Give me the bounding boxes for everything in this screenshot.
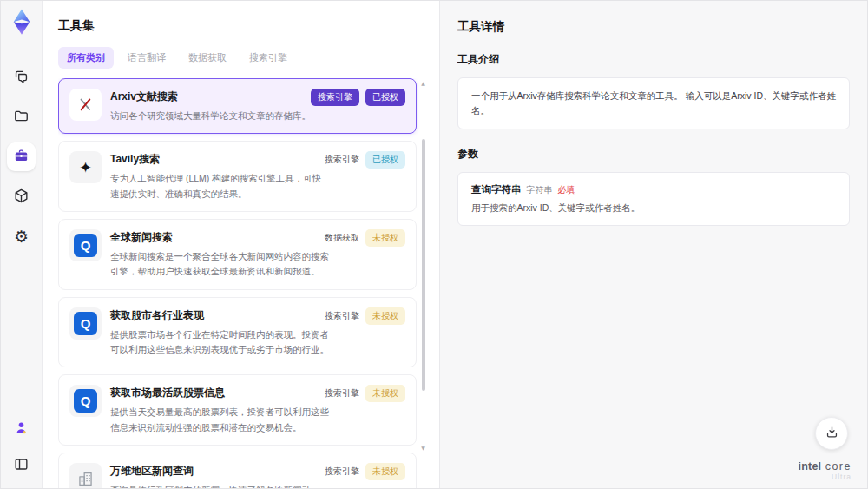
briefcase-icon [13, 148, 30, 167]
folder-icon [13, 108, 30, 127]
arxiv-icon [69, 89, 102, 121]
scroll-down-icon[interactable]: ▼ [419, 445, 427, 451]
param-type: 字符串 [527, 184, 553, 196]
scrollbar-thumb[interactable] [422, 139, 425, 391]
param-description: 用于搜索的Arxiv ID、关键字或作者姓名。 [471, 202, 836, 215]
sidebar-item-collapse[interactable] [7, 451, 36, 479]
sidebar: ⚙ [1, 1, 43, 488]
tool-description: 查询具体行政区划内的新闻，快速了解各地新闻动 [110, 483, 329, 488]
param-name: 查询字符串 [471, 183, 522, 196]
gear-icon: ⚙ [14, 228, 29, 245]
list-scrollbar: ▲ ▼ [419, 80, 427, 488]
tool-badges: 数据获取 未授权 [325, 229, 405, 247]
sidebar-item-settings[interactable]: ⚙ [7, 222, 36, 251]
tool-list-pane: 工具集 所有类别 语言翻译 数据获取 搜索引擎 Arxiv文献搜索 访问各个研究… [43, 1, 439, 488]
tool-detail-pane: 工具详情 工具介绍 一个用于从Arxiv存储库搜索科学论文和文章的工具。 输入可… [439, 1, 867, 488]
tool-badges: 搜索引擎 未授权 [325, 307, 405, 325]
tool-badges: 搜索引擎 未授权 [325, 385, 405, 402]
download-icon [825, 425, 839, 443]
tool-description: 提供当天交易量最高的股票列表，投资者可以利用这些信息来识别流动性强的股票和潜在的… [110, 405, 329, 435]
tool-card-tavily[interactable]: ✦ Tavily搜索 专为人工智能代理 (LLM) 构建的搜索引擎工具，可快速提… [58, 141, 417, 212]
status-badge: 未授权 [365, 307, 405, 325]
cube-icon [13, 188, 30, 207]
intel-core-logo: intel core Ultra [799, 458, 852, 481]
category-badge: 搜索引擎 [325, 307, 359, 325]
category-badge: 搜索引擎 [325, 463, 359, 480]
status-badge: 未授权 [365, 229, 405, 247]
category-badge: 搜索引擎 [325, 385, 359, 402]
sidebar-item-toolset[interactable] [7, 142, 36, 171]
tavily-star-icon: ✦ [69, 151, 102, 183]
tab-all-categories[interactable]: 所有类别 [58, 47, 114, 69]
sidebar-nav: ⚙ [7, 63, 36, 251]
tool-list: Arxiv文献搜索 访问各个研究领域大量科学论文和文章的存储库。 搜索引擎 已授… [58, 78, 427, 488]
intro-box: 一个用于从Arxiv存储库搜索科学论文和文章的工具。 输入可以是Arxiv ID… [457, 77, 850, 129]
detail-title: 工具详情 [457, 19, 850, 35]
tool-card-sector-performance[interactable]: Q 获取股市各行业表现 提供股票市场各个行业在特定时间段内的表现。投资者可以利用… [58, 297, 417, 368]
scroll-up-icon[interactable]: ▲ [419, 80, 427, 86]
stock-search-icon: Q [69, 385, 102, 417]
tool-description: 专为人工智能代理 (LLM) 构建的搜索引擎工具，可快速提供实时、准确和真实的结… [110, 171, 329, 202]
user-avatar-icon [13, 420, 30, 439]
tool-badges: 搜索引擎 已授权 [325, 151, 405, 169]
sidebar-item-account[interactable] [7, 414, 36, 443]
status-badge: 未授权 [365, 463, 405, 480]
tool-badges: 搜索引擎 未授权 [325, 463, 405, 480]
sidebar-item-chat[interactable] [7, 63, 36, 91]
tool-description: 提供股票市场各个行业在特定时间段内的表现。投资者可以利用这些信息来识别表现优于或… [110, 327, 329, 358]
sidebar-bottom [7, 414, 36, 479]
tool-card-global-news[interactable]: Q 全球新闻搜索 全球新闻搜索是一个聚合全球各大新闻网站内容的搜索引擎，帮助用户… [58, 219, 417, 290]
category-badge: 搜索引擎 [311, 89, 359, 106]
stock-search-icon: Q [69, 307, 102, 340]
intro-heading: 工具介绍 [457, 52, 850, 67]
intro-text: 一个用于从Arxiv存储库搜索科学论文和文章的工具。 输入可以是Arxiv ID… [471, 89, 836, 118]
app-window: ⚙ [0, 0, 868, 489]
tab-data-fetch[interactable]: 数据获取 [180, 47, 235, 69]
params-heading: 参数 [457, 147, 850, 162]
page-title: 工具集 [58, 18, 427, 34]
panel-toggle-icon [13, 456, 30, 475]
download-button[interactable] [815, 417, 848, 450]
category-badge: 数据获取 [325, 229, 359, 247]
chat-icon [13, 68, 30, 87]
category-badge: 搜索引擎 [325, 151, 359, 169]
tool-description: 全球新闻搜索是一个聚合全球各大新闻网站内容的搜索引擎，帮助用户快速获取全球最新资… [110, 249, 329, 280]
status-badge: 未授权 [365, 385, 405, 402]
tool-card-regional-news[interactable]: 万维地区新闻查询 查询具体行政区划内的新闻，快速了解各地新闻动 搜索引擎 未授权 [58, 453, 417, 488]
param-required-badge: 必填 [558, 184, 575, 196]
tool-description: 访问各个研究领域大量科学论文和文章的存储库。 [110, 109, 329, 123]
building-icon [69, 463, 102, 488]
status-badge: 已授权 [365, 151, 405, 169]
news-search-icon: Q [69, 229, 102, 261]
tab-search-engine[interactable]: 搜索引擎 [240, 47, 296, 69]
sidebar-item-plugins[interactable] [7, 182, 36, 211]
tool-badges: 搜索引擎 已授权 [311, 89, 405, 106]
sidebar-item-files[interactable] [7, 102, 36, 131]
tool-card-active-stocks[interactable]: Q 获取市场最活跃股票信息 提供当天交易量最高的股票列表，投资者可以利用这些信息… [58, 374, 417, 446]
app-logo [10, 9, 34, 35]
param-box: 查询字符串 字符串 必填 用于搜索的Arxiv ID、关键字或作者姓名。 [457, 172, 850, 226]
tab-language-translation[interactable]: 语言翻译 [119, 47, 174, 69]
tool-card-arxiv[interactable]: Arxiv文献搜索 访问各个研究领域大量科学论文和文章的存储库。 搜索引擎 已授… [58, 78, 417, 134]
category-tabs: 所有类别 语言翻译 数据获取 搜索引擎 [58, 47, 427, 69]
status-badge: 已授权 [365, 89, 405, 106]
